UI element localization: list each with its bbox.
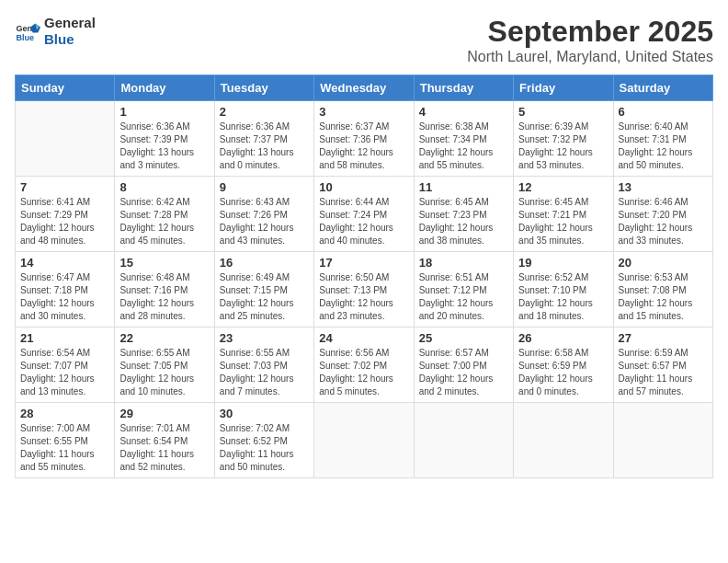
day-info: Sunrise: 6:46 AM Sunset: 7:20 PM Dayligh… [619,196,708,247]
header-saturday: Saturday [613,75,712,101]
day-info: Sunrise: 7:00 AM Sunset: 6:55 PM Dayligh… [20,422,109,474]
day-number: 9 [220,180,309,194]
day-number: 20 [619,256,708,270]
calendar-week-row: 21Sunrise: 6:54 AM Sunset: 7:07 PM Dayli… [16,327,713,403]
day-info: Sunrise: 6:36 AM Sunset: 7:39 PM Dayligh… [119,121,209,172]
header-tuesday: Tuesday [214,75,313,101]
day-info: Sunrise: 6:37 AM Sunset: 7:36 PM Dayligh… [319,121,408,172]
day-info: Sunrise: 6:39 AM Sunset: 7:32 PM Dayligh… [518,121,608,172]
day-number: 6 [619,105,708,119]
day-info: Sunrise: 6:42 AM Sunset: 7:28 PM Dayligh… [119,196,209,247]
calendar-cell [514,403,613,478]
day-number: 8 [119,180,209,194]
day-number: 17 [319,256,408,270]
logo-icon: General Blue [15,18,40,44]
calendar-cell: 15Sunrise: 6:48 AM Sunset: 7:16 PM Dayli… [115,252,214,327]
calendar-cell: 3Sunrise: 6:37 AM Sunset: 7:36 PM Daylig… [314,101,414,177]
logo: General Blue General Blue [15,15,96,48]
day-info: Sunrise: 6:52 AM Sunset: 7:10 PM Dayligh… [518,271,608,323]
day-number: 15 [119,256,209,270]
page-header: General Blue General Blue September 2025… [15,15,713,65]
svg-text:Blue: Blue [16,33,34,42]
calendar-cell: 1Sunrise: 6:36 AM Sunset: 7:39 PM Daylig… [115,101,214,177]
day-number: 26 [518,331,608,345]
day-number: 25 [419,331,508,345]
calendar-cell: 26Sunrise: 6:58 AM Sunset: 6:59 PM Dayli… [514,327,613,403]
logo-general: General [44,15,96,31]
calendar-cell: 22Sunrise: 6:55 AM Sunset: 7:05 PM Dayli… [115,327,214,403]
day-number: 13 [619,180,708,194]
calendar-cell: 30Sunrise: 7:02 AM Sunset: 6:52 PM Dayli… [214,403,313,478]
calendar-cell: 23Sunrise: 6:55 AM Sunset: 7:03 PM Dayli… [214,327,313,403]
calendar-cell [414,403,513,478]
calendar-cell [16,101,115,177]
calendar-week-row: 1Sunrise: 6:36 AM Sunset: 7:39 PM Daylig… [16,101,713,177]
calendar-week-row: 28Sunrise: 7:00 AM Sunset: 6:55 PM Dayli… [16,403,713,478]
header-friday: Friday [514,75,613,101]
calendar-cell: 20Sunrise: 6:53 AM Sunset: 7:08 PM Dayli… [613,252,712,327]
month-year-title: September 2025 [467,15,713,49]
day-number: 3 [319,105,408,119]
location-subtitle: North Laurel, Maryland, United States [467,49,713,65]
calendar-cell: 13Sunrise: 6:46 AM Sunset: 7:20 PM Dayli… [613,177,712,252]
day-info: Sunrise: 6:36 AM Sunset: 7:37 PM Dayligh… [220,121,309,172]
day-info: Sunrise: 6:58 AM Sunset: 6:59 PM Dayligh… [518,347,608,398]
calendar-cell: 18Sunrise: 6:51 AM Sunset: 7:12 PM Dayli… [414,252,513,327]
day-info: Sunrise: 6:47 AM Sunset: 7:18 PM Dayligh… [20,271,109,323]
calendar-cell: 11Sunrise: 6:45 AM Sunset: 7:23 PM Dayli… [414,177,513,252]
day-info: Sunrise: 6:41 AM Sunset: 7:29 PM Dayligh… [20,196,109,247]
day-number: 7 [20,180,109,194]
day-number: 16 [220,256,309,270]
day-number: 28 [20,407,109,420]
day-info: Sunrise: 6:38 AM Sunset: 7:34 PM Dayligh… [419,121,508,172]
calendar-cell: 5Sunrise: 6:39 AM Sunset: 7:32 PM Daylig… [514,101,613,177]
day-number: 21 [20,331,109,345]
calendar-week-row: 7Sunrise: 6:41 AM Sunset: 7:29 PM Daylig… [16,177,713,252]
calendar-cell: 21Sunrise: 6:54 AM Sunset: 7:07 PM Dayli… [16,327,115,403]
calendar-cell: 7Sunrise: 6:41 AM Sunset: 7:29 PM Daylig… [16,177,115,252]
calendar-cell: 9Sunrise: 6:43 AM Sunset: 7:26 PM Daylig… [214,177,313,252]
header-monday: Monday [115,75,214,101]
day-number: 5 [518,105,608,119]
calendar-cell [314,403,414,478]
calendar-table: Sunday Monday Tuesday Wednesday Thursday… [15,75,713,478]
day-number: 2 [220,105,309,119]
calendar-cell: 8Sunrise: 6:42 AM Sunset: 7:28 PM Daylig… [115,177,214,252]
calendar-cell: 24Sunrise: 6:56 AM Sunset: 7:02 PM Dayli… [314,327,414,403]
day-number: 11 [419,180,508,194]
day-number: 22 [119,331,209,345]
day-number: 1 [119,105,209,119]
calendar-cell [613,403,712,478]
calendar-cell: 4Sunrise: 6:38 AM Sunset: 7:34 PM Daylig… [414,101,513,177]
day-number: 29 [119,407,209,420]
logo-blue: Blue [44,31,96,48]
day-number: 19 [518,256,608,270]
weekday-header-row: Sunday Monday Tuesday Wednesday Thursday… [16,75,713,101]
calendar-cell: 16Sunrise: 6:49 AM Sunset: 7:15 PM Dayli… [214,252,313,327]
day-info: Sunrise: 6:50 AM Sunset: 7:13 PM Dayligh… [319,271,408,323]
day-number: 18 [419,256,508,270]
calendar-cell: 29Sunrise: 7:01 AM Sunset: 6:54 PM Dayli… [115,403,214,478]
day-number: 14 [20,256,109,270]
calendar-cell: 6Sunrise: 6:40 AM Sunset: 7:31 PM Daylig… [613,101,712,177]
day-info: Sunrise: 6:44 AM Sunset: 7:24 PM Dayligh… [319,196,408,247]
day-info: Sunrise: 6:59 AM Sunset: 6:57 PM Dayligh… [619,347,708,398]
day-number: 12 [518,180,608,194]
day-number: 27 [619,331,708,345]
day-info: Sunrise: 7:02 AM Sunset: 6:52 PM Dayligh… [220,422,309,474]
calendar-cell: 10Sunrise: 6:44 AM Sunset: 7:24 PM Dayli… [314,177,414,252]
header-sunday: Sunday [16,75,115,101]
calendar-cell: 27Sunrise: 6:59 AM Sunset: 6:57 PM Dayli… [613,327,712,403]
calendar-cell: 19Sunrise: 6:52 AM Sunset: 7:10 PM Dayli… [514,252,613,327]
day-info: Sunrise: 6:45 AM Sunset: 7:21 PM Dayligh… [518,196,608,247]
day-info: Sunrise: 6:54 AM Sunset: 7:07 PM Dayligh… [20,347,109,398]
day-number: 24 [319,331,408,345]
calendar-cell: 14Sunrise: 6:47 AM Sunset: 7:18 PM Dayli… [16,252,115,327]
header-thursday: Thursday [414,75,513,101]
title-section: September 2025 North Laurel, Maryland, U… [467,15,713,65]
day-number: 4 [419,105,508,119]
day-number: 30 [220,407,309,420]
day-info: Sunrise: 6:40 AM Sunset: 7:31 PM Dayligh… [619,121,708,172]
day-info: Sunrise: 6:56 AM Sunset: 7:02 PM Dayligh… [319,347,408,398]
calendar-cell: 25Sunrise: 6:57 AM Sunset: 7:00 PM Dayli… [414,327,513,403]
